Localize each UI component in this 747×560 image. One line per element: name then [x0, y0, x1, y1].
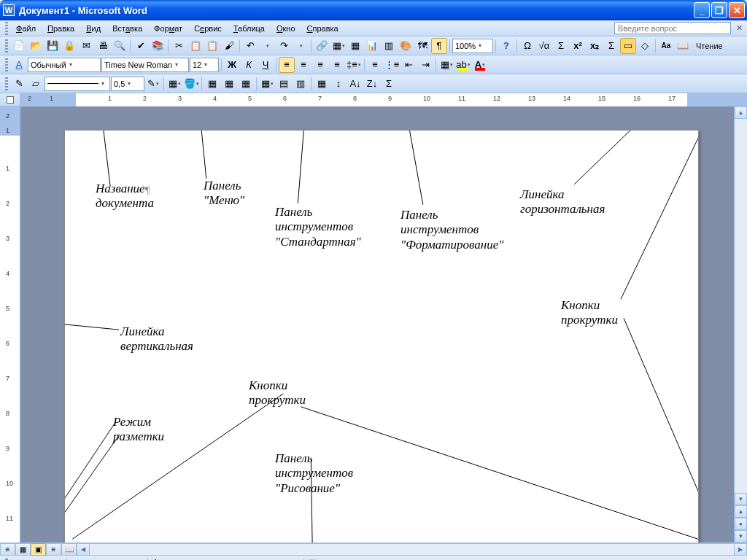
menu-tools[interactable]: Сервис: [188, 23, 228, 34]
drawing-menu[interactable]: Рисование ▾: [11, 558, 64, 561]
help-icon[interactable]: ?: [498, 38, 514, 54]
align-left-icon[interactable]: ≡: [279, 57, 295, 73]
distribute-rows-icon[interactable]: ▤: [276, 76, 292, 92]
excel-icon[interactable]: 📊: [364, 38, 380, 54]
ruler-corner[interactable]: [0, 93, 20, 106]
cut-icon[interactable]: ✂: [171, 38, 187, 54]
redo-dropdown[interactable]: [293, 38, 309, 54]
prev-page-icon[interactable]: ▲: [735, 505, 747, 518]
outdent-icon[interactable]: ⇤: [400, 57, 417, 73]
drawing-icon[interactable]: 🎨: [398, 38, 414, 54]
distribute-cols-icon[interactable]: ▥: [293, 76, 309, 92]
hyperlink-icon[interactable]: 🔗: [314, 38, 330, 54]
text-direction-icon[interactable]: ↕: [330, 76, 347, 92]
bullet-list-icon[interactable]: ⋮≡: [384, 57, 400, 73]
scroll-up-icon[interactable]: ▲: [735, 106, 747, 119]
size-combo[interactable]: 12▾: [190, 58, 219, 72]
clipart-icon[interactable]: 🖼: [268, 557, 284, 561]
minimize-button[interactable]: _: [694, 2, 710, 18]
permission-icon[interactable]: 🔒: [61, 38, 77, 54]
horizontal-scrollbar[interactable]: ◀ ▶: [77, 543, 747, 556]
menu-format[interactable]: Формат: [148, 23, 188, 34]
new-doc-icon[interactable]: 📄: [11, 38, 27, 54]
bold-icon[interactable]: Ж: [224, 57, 240, 73]
wordart-icon[interactable]: A: [234, 557, 250, 561]
font-combo[interactable]: Times New Roman▾: [101, 58, 189, 72]
border-icon[interactable]: ▦: [166, 76, 182, 92]
menu-help[interactable]: Справка: [301, 23, 344, 34]
horizontal-ruler[interactable]: 211234567891011121314151617: [20, 93, 747, 106]
shading-icon[interactable]: 🪣: [183, 76, 199, 92]
arrow-icon[interactable]: ↘: [167, 557, 183, 561]
fill-color-icon[interactable]: 🪣: [306, 557, 322, 561]
borders-icon[interactable]: ▦: [438, 57, 454, 73]
web-view-icon[interactable]: ▦: [15, 543, 31, 556]
tables-borders-icon[interactable]: ▦: [330, 38, 347, 54]
scroll-track[interactable]: [735, 119, 747, 493]
print-icon[interactable]: 🖶: [95, 38, 111, 54]
browse-object-icon[interactable]: ●: [735, 518, 747, 530]
reading-button[interactable]: Чтение: [692, 39, 727, 53]
numbered-list-icon[interactable]: ≡: [367, 57, 383, 73]
hscroll-track[interactable]: [90, 544, 734, 555]
sort-desc-icon[interactable]: Z↓: [364, 76, 380, 92]
line-style-icon[interactable]: ≡: [356, 557, 372, 561]
justify-icon[interactable]: ≡: [329, 57, 345, 73]
toolbar-grip[interactable]: [5, 77, 8, 90]
outline-view-icon[interactable]: ≡: [46, 543, 61, 556]
save-icon[interactable]: 💾: [44, 38, 61, 54]
text-color-icon[interactable]: A: [339, 557, 355, 561]
3d-icon[interactable]: ◫: [423, 557, 439, 561]
line-icon[interactable]: ╲: [150, 557, 166, 561]
italic-icon[interactable]: К: [241, 57, 257, 73]
undo-icon[interactable]: ↶: [242, 38, 258, 54]
oval-icon[interactable]: ◯: [201, 557, 217, 561]
redo-icon[interactable]: ↷: [276, 38, 292, 54]
scroll-right-icon[interactable]: ▶: [734, 544, 746, 555]
menu-file[interactable]: Файл: [10, 23, 42, 34]
sqrt-icon[interactable]: √α: [536, 38, 552, 54]
underline-icon[interactable]: Ч: [258, 57, 274, 73]
sort-asc-icon[interactable]: A↓: [347, 76, 363, 92]
toolbar-grip[interactable]: [5, 58, 8, 71]
open-icon[interactable]: 📂: [28, 38, 44, 54]
super-icon[interactable]: x²: [570, 38, 586, 54]
menu-window[interactable]: Окно: [271, 23, 301, 34]
rectangle-icon[interactable]: ▭: [184, 557, 200, 561]
print-preview-icon[interactable]: 🔍: [112, 38, 128, 54]
copy-icon[interactable]: 📋: [187, 38, 204, 54]
reading-layout-icon[interactable]: 📖: [675, 38, 691, 54]
indent-icon[interactable]: ⇥: [417, 57, 433, 73]
arrow-style-icon[interactable]: ⇢: [390, 557, 406, 561]
font-color-icon[interactable]: A: [472, 57, 488, 73]
omega-icon[interactable]: Ω: [519, 38, 535, 54]
close-button[interactable]: ✕: [729, 2, 745, 18]
diagram-icon[interactable]: ◈: [251, 557, 267, 561]
menu-edit[interactable]: Правка: [42, 23, 80, 34]
insert-table2-icon[interactable]: ▦: [204, 76, 220, 92]
draw-table-icon[interactable]: ✎: [11, 76, 27, 92]
normal-view-icon[interactable]: ≡: [0, 543, 15, 556]
rect-icon[interactable]: ▭: [620, 38, 636, 54]
sum-icon[interactable]: Σ: [553, 38, 569, 54]
reading-view-icon[interactable]: 📖: [61, 543, 77, 556]
columns-icon[interactable]: ▥: [381, 38, 397, 54]
format-painter-icon[interactable]: 🖌: [221, 38, 237, 54]
menu-insert[interactable]: Вставка: [107, 23, 148, 34]
zoom-combo[interactable]: 100%▾: [452, 39, 493, 53]
vertical-scrollbar[interactable]: ▲ ▼ ▲ ● ▼: [734, 106, 747, 542]
vertical-ruler[interactable]: 21123456789101112: [0, 106, 20, 542]
undo-dropdown[interactable]: [259, 38, 275, 54]
doc-close-button[interactable]: ✕: [734, 23, 744, 34]
paste-icon[interactable]: 📋: [204, 38, 220, 54]
object-icon[interactable]: ◇: [637, 38, 653, 54]
picture-icon[interactable]: 🖼: [285, 557, 301, 561]
shadow-icon[interactable]: ◼: [406, 557, 422, 561]
line-spacing-icon[interactable]: ‡≡: [346, 57, 362, 73]
autosum-icon[interactable]: Σ: [381, 76, 397, 92]
menu-table[interactable]: Таблица: [228, 23, 271, 34]
autoshapes-menu[interactable]: Автофигуры ▾: [86, 558, 145, 561]
toolbar-grip[interactable]: [5, 39, 8, 52]
sum2-icon[interactable]: Σ: [603, 38, 619, 54]
align-center-icon[interactable]: ≡: [295, 57, 311, 73]
